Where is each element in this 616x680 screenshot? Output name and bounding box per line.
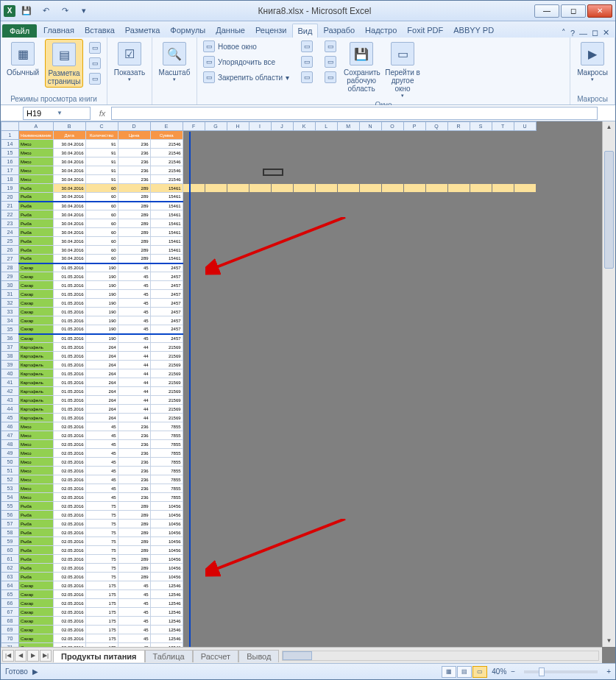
cell[interactable]: 10456 [150,511,183,520]
cell[interactable]: Картофель [19,361,54,369]
cell[interactable]: 01.05.2016 [53,263,85,272]
cell[interactable]: 190 [85,308,118,316]
cell[interactable]: 45 [85,449,118,458]
row-header-61[interactable]: 61 [1,555,19,564]
cell[interactable]: 01.05.2016 [53,290,85,299]
cell[interactable]: 75 [85,502,118,511]
cell[interactable]: 75 [85,573,118,581]
cell[interactable]: 02.05.2016 [53,608,85,617]
cell[interactable]: 175 [85,634,118,643]
tab-file[interactable]: Файл [2,24,37,38]
qat-undo[interactable]: ↶ [38,3,54,19]
col-header-H[interactable]: H [227,122,249,131]
col-header-N[interactable]: N [359,122,381,131]
cell[interactable]: 10456 [150,502,183,511]
cell[interactable]: 15461 [150,210,183,219]
row-header-1[interactable]: 1 [1,131,19,140]
cell[interactable]: 289 [118,228,150,237]
cell[interactable]: Мясо [19,422,54,431]
cell[interactable]: 190 [85,272,118,281]
fx-icon[interactable]: fx [93,109,111,118]
cell[interactable]: 236 [118,440,150,449]
cell[interactable]: 91 [85,166,118,175]
mdi-restore[interactable]: ◻ [592,28,598,38]
sheet-tab-1[interactable]: Таблица [145,650,193,662]
row-header-31[interactable]: 31 [1,290,19,299]
cell[interactable]: Картофель [19,343,54,352]
cell[interactable]: 236 [118,475,150,484]
cell[interactable]: 60 [85,219,118,228]
row-header-30[interactable]: 30 [1,281,19,290]
col-header-K[interactable]: K [293,122,315,131]
cell[interactable]: 21546 [150,175,183,184]
cell[interactable]: 15461 [150,193,183,202]
cell[interactable]: 45 [85,440,118,449]
row-header-67[interactable]: 67 [1,608,19,617]
col-header-D[interactable]: D [118,122,150,131]
sheet-tab-3[interactable]: Вывод [238,650,279,662]
row-header-36[interactable]: 36 [1,334,19,343]
table-header-cell[interactable]: Дата [53,131,85,140]
cell[interactable]: 02.05.2016 [53,573,85,581]
qat-redo[interactable]: ↷ [57,3,73,19]
row-header-22[interactable]: 22 [1,210,19,219]
row-header-56[interactable]: 56 [1,511,19,520]
zoom-knob[interactable] [539,667,545,676]
cell[interactable]: 264 [85,414,118,422]
cell[interactable]: 02.05.2016 [53,564,85,573]
qat-save[interactable]: 💾 [18,3,35,19]
cell[interactable]: 60 [85,202,118,210]
row-header-49[interactable]: 49 [1,449,19,458]
cell[interactable]: 02.05.2016 [53,458,85,467]
row-header-53[interactable]: 53 [1,484,19,493]
view-side-button[interactable]: ▭ [322,39,339,54]
hide-button[interactable]: ▭ [298,54,316,69]
cell[interactable]: 30.04.2016 [53,202,85,210]
cell[interactable]: Рыба [19,573,54,581]
cell[interactable]: 2457 [150,263,183,272]
cell[interactable]: 2457 [150,290,183,299]
cell[interactable]: 12546 [150,634,183,643]
cell[interactable]: 01.05.2016 [53,281,85,290]
cell[interactable]: Рыба [19,537,54,546]
row-header-69[interactable]: 69 [1,626,19,634]
row-header-18[interactable]: 18 [1,175,19,184]
cell[interactable]: 44 [118,396,150,405]
cell[interactable]: 15461 [150,219,183,228]
cell[interactable]: Рыба [19,202,54,210]
cell[interactable]: 02.05.2016 [53,555,85,564]
cell[interactable]: 236 [118,493,150,502]
help-icon[interactable]: ? [570,29,575,38]
cell[interactable]: 236 [118,484,150,493]
cell[interactable]: Рыба [19,237,54,246]
cell[interactable]: 45 [85,475,118,484]
cell[interactable]: Рыба [19,184,54,193]
row-header-51[interactable]: 51 [1,467,19,475]
cell[interactable]: 21569 [150,369,183,378]
cell[interactable]: 236 [118,140,150,149]
cell[interactable]: 21569 [150,343,183,352]
cell[interactable]: Мясо [19,166,54,175]
cell[interactable]: 45 [118,608,150,617]
cell[interactable]: Картофель [19,369,54,378]
col-header-C[interactable]: C [85,122,118,131]
row-header-58[interactable]: 58 [1,528,19,537]
close-button[interactable]: ✕ [587,4,612,18]
cell[interactable]: 12546 [150,599,183,608]
cell[interactable]: 01.05.2016 [53,405,85,414]
cell[interactable]: 44 [118,369,150,378]
cell[interactable]: Картофель [19,352,54,361]
cell[interactable]: 15461 [150,184,183,193]
cell[interactable]: 60 [85,246,118,255]
cell[interactable]: 10456 [150,555,183,564]
cell[interactable]: 60 [85,210,118,219]
cell[interactable]: 45 [118,290,150,299]
row-header-23[interactable]: 23 [1,219,19,228]
cell[interactable]: Сахар [19,608,54,617]
cell[interactable]: 02.05.2016 [53,422,85,431]
zoom-in-button[interactable]: + [606,667,611,676]
col-header-B[interactable]: B [53,122,85,131]
cell[interactable]: Рыба [19,555,54,564]
cell[interactable]: 91 [85,157,118,166]
cell[interactable]: Мясо [19,157,54,166]
